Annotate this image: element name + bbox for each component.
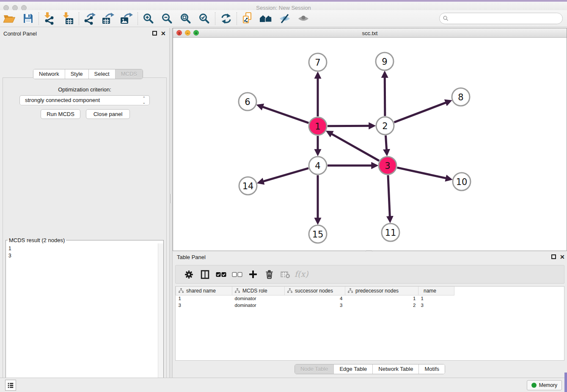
network-window-titlebar[interactable]: x − + scc.txt xyxy=(173,28,567,38)
edge-1-2[interactable] xyxy=(328,126,369,126)
tab-style[interactable]: Style xyxy=(65,69,89,79)
cell-r1-name[interactable]: 3 xyxy=(418,302,454,309)
edge-1-6[interactable] xyxy=(262,107,308,123)
homes-icon[interactable] xyxy=(257,11,275,27)
graph-node-label-9: 9 xyxy=(382,57,387,67)
graph-node-label-4: 4 xyxy=(315,161,320,171)
cell-r0-shared-name[interactable]: 1 xyxy=(176,295,232,302)
graph-node-label-14: 14 xyxy=(242,181,254,191)
cell-r0-successor-nodes[interactable]: 4 xyxy=(285,295,345,302)
edge-2-8[interactable] xyxy=(394,102,446,122)
network-canvas[interactable]: 7968124314101511 xyxy=(173,38,567,251)
new-network-from-selection-icon[interactable] xyxy=(238,11,257,27)
mcds-result-fieldset: MCDS result (2 nodes) 1 3 xyxy=(6,237,164,392)
close-panel-button[interactable]: Close panel xyxy=(86,109,130,119)
memory-label: Memory xyxy=(539,382,557,388)
tab-mcds[interactable]: MCDS xyxy=(116,69,143,79)
select-all-columns-icon[interactable] xyxy=(213,266,229,282)
graph-node-label-8: 8 xyxy=(458,92,463,102)
close-panel-icon[interactable]: ✕ xyxy=(161,30,166,37)
cell-r1-successor-nodes[interactable]: 3 xyxy=(285,302,345,309)
application-window: Session: New Session Control Panel ✕ Net… xyxy=(0,0,567,392)
graph-node-label-2: 2 xyxy=(382,121,388,131)
delete-column-icon[interactable] xyxy=(261,266,277,282)
column-header-shared-name[interactable]: shared name xyxy=(176,287,232,295)
toggle-column-view-icon[interactable] xyxy=(197,266,213,282)
zoom-fit-icon[interactable] xyxy=(176,11,195,27)
table-row[interactable]: 3dominator323 xyxy=(176,302,564,309)
optimization-criterion-value: strongly connected component xyxy=(25,97,100,103)
graph-node-label-1: 1 xyxy=(315,121,320,132)
graph-node-label-15: 15 xyxy=(312,229,324,240)
edge-3-11[interactable] xyxy=(388,175,390,217)
tab-edge-table[interactable]: Edge Table xyxy=(334,364,373,374)
import-table-icon[interactable] xyxy=(59,11,77,27)
export-network-icon[interactable] xyxy=(80,11,99,27)
column-header-name[interactable]: name xyxy=(418,287,454,295)
memory-button[interactable]: Memory xyxy=(527,380,562,390)
cell-r0-name[interactable]: 1 xyxy=(418,295,454,302)
open-session-icon[interactable] xyxy=(0,11,19,27)
zoom-selected-icon[interactable] xyxy=(195,11,214,27)
column-header-predecessor-nodes[interactable]: predecessor nodes xyxy=(345,287,418,295)
column-header-MCDS-role[interactable]: MCDS role xyxy=(232,287,285,295)
edge-2-3[interactable] xyxy=(385,135,386,150)
result-scrollbar[interactable] xyxy=(158,243,163,392)
column-header-filler xyxy=(454,287,564,295)
tab-network[interactable]: Network xyxy=(33,69,65,79)
tab-motifs[interactable]: Motifs xyxy=(419,364,445,374)
optimization-criterion-select[interactable]: strongly connected component ⌃⌄ xyxy=(19,95,150,105)
memory-status-icon xyxy=(531,383,537,388)
cell-r1-MCDS-role[interactable]: dominator xyxy=(232,302,285,309)
cell-r0-MCDS-role[interactable]: dominator xyxy=(232,295,285,302)
table-float-panel-icon[interactable] xyxy=(551,254,556,259)
column-header-successor-nodes[interactable]: successor nodes xyxy=(285,287,345,295)
cell-r1-shared-name[interactable]: 3 xyxy=(176,302,232,309)
zoom-out-icon[interactable] xyxy=(158,11,176,27)
task-history-button[interactable] xyxy=(5,380,16,391)
divider-grip[interactable] xyxy=(171,194,171,203)
panel-divider[interactable] xyxy=(169,28,173,378)
delete-table-icon xyxy=(277,266,293,282)
cell-r1-predecessor-nodes[interactable]: 2 xyxy=(345,302,418,309)
tab-node-table[interactable]: Node Table xyxy=(295,364,334,374)
edge-3-1[interactable] xyxy=(331,134,379,161)
graph-node-label-3: 3 xyxy=(385,161,390,171)
run-mcds-button[interactable]: Run MCDS xyxy=(41,109,80,119)
deselect-all-columns-icon[interactable] xyxy=(229,266,245,282)
mcds-result-box[interactable]: 1 3 xyxy=(6,243,163,392)
search-input[interactable] xyxy=(439,13,563,24)
dropdown-stepper-icon: ⌃⌄ xyxy=(142,96,146,105)
float-panel-icon[interactable] xyxy=(152,31,157,36)
add-column-icon[interactable] xyxy=(245,266,261,282)
refresh-layout-icon[interactable] xyxy=(217,11,235,27)
hide-selected-icon[interactable] xyxy=(275,11,294,27)
mcds-result-title: MCDS result (2 nodes) xyxy=(8,237,66,243)
toolbar-separator xyxy=(215,12,215,25)
export-table-icon[interactable] xyxy=(99,11,118,27)
table-row[interactable]: 1dominator411 xyxy=(176,295,564,302)
cell-r0-predecessor-nodes[interactable]: 1 xyxy=(345,295,418,302)
table-close-panel-icon[interactable]: ✕ xyxy=(560,253,565,261)
show-all-icon[interactable] xyxy=(294,11,313,27)
main-titlebar[interactable]: Session: New Session xyxy=(0,2,567,10)
tab-select[interactable]: Select xyxy=(89,69,116,79)
table-settings-icon[interactable] xyxy=(181,266,197,282)
export-image-icon[interactable] xyxy=(118,11,136,27)
edge-2-9[interactable] xyxy=(385,77,385,116)
toolbar-separator xyxy=(79,12,79,25)
node-table[interactable]: shared nameMCDS rolesuccessor nodesprede… xyxy=(175,286,564,361)
edge-3-10[interactable] xyxy=(397,168,446,178)
toolbar-separator xyxy=(237,12,237,25)
save-session-icon[interactable] xyxy=(19,11,37,27)
mcds-panel: Optimization criterion: strongly connect… xyxy=(3,77,167,392)
network-graph[interactable]: 7968124314101511 xyxy=(173,38,567,251)
toolbar-separator xyxy=(39,12,39,25)
graph-node-label-10: 10 xyxy=(456,177,468,187)
tab-network-table[interactable]: Network Table xyxy=(373,364,419,374)
table-toolbar: f(x) xyxy=(175,265,564,284)
edge-4-14[interactable] xyxy=(263,168,308,181)
import-network-icon[interactable] xyxy=(40,11,59,27)
zoom-in-icon[interactable] xyxy=(139,11,158,27)
cell-filler xyxy=(454,295,564,302)
